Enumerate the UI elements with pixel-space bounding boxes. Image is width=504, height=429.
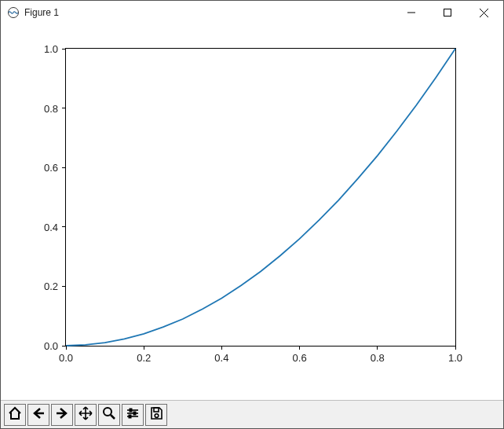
arrow-left-icon [31,406,46,423]
home-button[interactable] [4,404,26,426]
xtick-label: 0.8 [371,346,385,364]
ytick-label: 0.2 [44,280,66,292]
svg-line-6 [111,415,115,419]
zoom-icon [102,406,116,423]
window-close-button[interactable] [466,1,502,24]
zoom-button[interactable] [98,404,120,426]
save-button[interactable] [145,404,167,426]
ytick-label: 0.4 [44,221,66,233]
app-icon [7,6,20,19]
configure-subplots-button[interactable] [122,404,144,426]
navigation-toolbar [1,400,503,428]
ytick-label: 1.0 [44,43,66,55]
home-icon [8,406,22,423]
svg-point-5 [104,408,111,416]
axes: 0.00.20.40.60.81.00.00.20.40.60.81.0 [65,48,456,346]
svg-rect-10 [133,412,136,415]
xtick-label: 0.4 [214,346,228,364]
arrow-right-icon [55,406,69,423]
figure-canvas[interactable]: 0.00.20.40.60.81.00.00.20.40.60.81.0 [1,24,503,400]
ytick-label: 0.8 [44,102,66,114]
back-button[interactable] [27,404,49,426]
svg-rect-8 [130,409,132,412]
xtick-label: 0.2 [137,346,151,364]
svg-rect-2 [444,9,451,16]
line-series-1 [66,49,455,346]
sliders-icon [126,406,140,423]
pan-button[interactable] [75,404,97,426]
move-icon [79,406,93,423]
window-maximize-button[interactable] [429,1,466,24]
window-titlebar: Figure 1 [1,1,503,24]
xtick-label: 1.0 [448,346,462,364]
svg-point-14 [155,414,159,418]
xtick-label: 0.0 [59,346,73,364]
forward-button[interactable] [51,404,73,426]
save-icon [149,406,163,423]
svg-rect-13 [154,408,159,412]
svg-rect-12 [129,415,131,418]
ytick-label: 0.6 [44,162,66,174]
xtick-label: 0.6 [293,346,307,364]
window-title: Figure 1 [24,7,59,18]
window-minimize-button[interactable] [393,1,429,24]
